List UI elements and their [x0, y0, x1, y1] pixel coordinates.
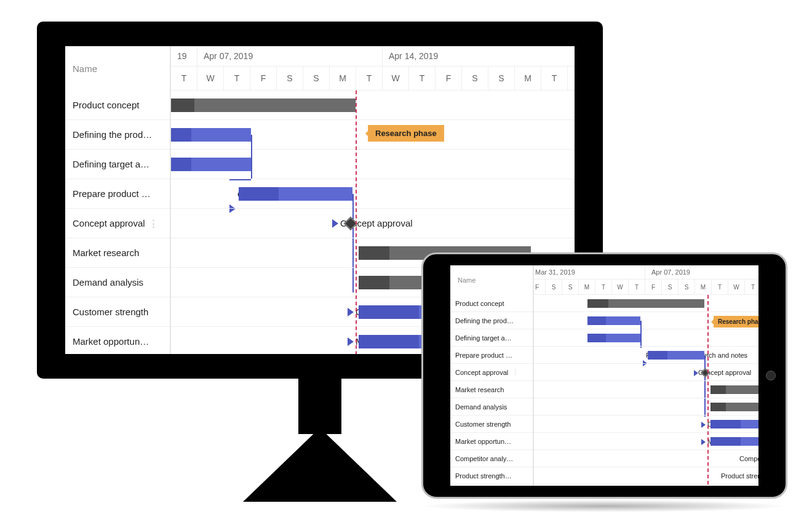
annotation-badge[interactable]: Research phase	[714, 316, 758, 328]
task-row[interactable]: Demand analysis	[65, 268, 170, 297]
task-bar-label: Competi	[739, 450, 758, 467]
gantt-row: Customer strength	[534, 416, 758, 433]
gantt-row: Prepare product sketch and notes	[534, 347, 758, 364]
summary-bar[interactable]	[587, 299, 704, 308]
day-header-cell: T	[409, 66, 436, 91]
day-header-cell: T	[224, 66, 250, 91]
tablet-shadow	[421, 500, 787, 512]
day-header-cell: S	[303, 66, 330, 91]
day-header-cell: W	[197, 66, 224, 91]
gantt-row: Market research	[534, 381, 758, 398]
day-header-cell: M	[330, 66, 356, 91]
gantt-row: Competi	[534, 450, 758, 467]
date-header-cell: Apr 07, 2019	[197, 46, 383, 66]
day-header-cell: S	[546, 279, 562, 295]
gantt-row: Demand analysis	[534, 398, 758, 416]
task-row[interactable]: Product concept	[450, 295, 533, 312]
task-row[interactable]: Market research	[450, 381, 533, 398]
task-row[interactable]: Concept approval	[65, 209, 170, 238]
task-row[interactable]: Prepare product …	[450, 347, 533, 364]
gantt-row: Concept approval	[171, 209, 575, 238]
task-bar[interactable]	[648, 351, 704, 360]
day-header-cell: T	[356, 66, 383, 91]
day-header-cell: S	[679, 279, 695, 295]
day-header-cell: S	[277, 66, 303, 91]
task-row[interactable]: Product concept	[65, 91, 170, 120]
gantt-row	[171, 150, 575, 179]
gantt-row: Product concept	[534, 295, 758, 312]
gantt-side-column: Name Product concept Defining the prod… …	[65, 46, 171, 354]
task-row[interactable]: Market opportun…	[450, 433, 533, 450]
day-header-cell: S	[562, 279, 579, 295]
gantt-row: g target audience	[534, 329, 758, 347]
day-header-cell: F	[250, 66, 277, 91]
annotation-badge[interactable]: Research phase	[368, 125, 444, 142]
task-row[interactable]: Defining target a…	[65, 150, 170, 179]
task-bar[interactable]	[710, 420, 758, 428]
gantt-side-column: Name Product concept Defining the prod… …	[450, 265, 534, 486]
task-row[interactable]: Defining the prod…	[65, 120, 170, 150]
tablet-frame: Name Product concept Defining the prod… …	[421, 252, 787, 499]
task-bar[interactable]	[171, 128, 251, 142]
task-bar[interactable]	[587, 316, 640, 325]
task-bar[interactable]	[239, 187, 352, 201]
gantt-row: ch and notes	[171, 179, 575, 209]
task-bar-label: Product streng	[721, 467, 758, 485]
day-header-cell: F	[645, 279, 662, 295]
task-row[interactable]: Defining target a…	[450, 329, 533, 347]
task-bar[interactable]	[710, 437, 758, 446]
task-row[interactable]: Demand analysis	[450, 398, 533, 416]
day-header-cell: T	[629, 279, 645, 295]
task-row[interactable]: Competitor analy…	[450, 450, 533, 467]
day-header-cell: F	[534, 279, 546, 295]
task-row[interactable]: Product strength…	[450, 467, 533, 485]
gantt-row: Market opportunity analysis	[534, 433, 758, 450]
day-header-cell: W	[612, 279, 629, 295]
task-row[interactable]: Market research	[65, 238, 170, 268]
tablet-screen: Name Product concept Defining the prod… …	[450, 265, 758, 486]
date-header-cell: Mar 31, 2019	[534, 265, 645, 279]
task-row[interactable]: Market opportun…	[65, 327, 170, 354]
task-bar[interactable]	[710, 403, 758, 411]
summary-bar[interactable]	[710, 385, 758, 394]
task-bar[interactable]	[171, 158, 251, 171]
date-header-cell: 19	[171, 46, 197, 66]
day-header-cell: T	[712, 279, 728, 295]
task-row[interactable]: Customer strength	[65, 297, 170, 327]
day-header-cell: M	[515, 66, 541, 91]
tablet-home-button[interactable]	[766, 371, 776, 380]
day-header-cell: T	[541, 66, 568, 91]
day-header-cell: T	[595, 279, 612, 295]
day-header-cell: T	[745, 279, 758, 295]
column-header-name: Name	[65, 46, 170, 91]
summary-bar[interactable]	[171, 99, 356, 112]
today-line	[356, 91, 357, 354]
task-row[interactable]: Prepare product …	[65, 179, 170, 209]
day-header-cell: S	[662, 279, 679, 295]
gantt-row: Concept approval	[534, 364, 758, 381]
day-header-cell: W	[383, 66, 409, 91]
monitor-stand	[298, 379, 341, 434]
gantt-row: Product streng	[534, 467, 758, 485]
monitor-base	[243, 428, 397, 502]
day-header-cell: W	[728, 279, 745, 295]
day-header-cell: T	[171, 66, 197, 91]
gantt-chart-tablet[interactable]: Name Product concept Defining the prod… …	[450, 265, 758, 486]
task-row[interactable]: Defining the prod…	[450, 312, 533, 329]
day-header-cell: S	[462, 66, 488, 91]
gantt-timeline[interactable]: Mar 31, 2019Apr 07, 2019 FSSMTWTFSSMTWT …	[534, 265, 758, 486]
day-header-cell: S	[488, 66, 515, 91]
day-header-cell: M	[579, 279, 595, 295]
day-header-cell: F	[436, 66, 462, 91]
task-row[interactable]: Concept approval	[450, 364, 533, 381]
task-row[interactable]: Customer strength	[450, 416, 533, 433]
day-header-cell: M	[695, 279, 712, 295]
date-header-cell: Apr 14, 2019	[383, 46, 575, 66]
gantt-row	[171, 91, 575, 120]
task-bar[interactable]	[587, 334, 640, 342]
date-header-cell: Apr 07, 2019	[645, 265, 758, 279]
day-header-cell: W	[568, 66, 575, 91]
column-header-name: Name	[450, 265, 533, 295]
